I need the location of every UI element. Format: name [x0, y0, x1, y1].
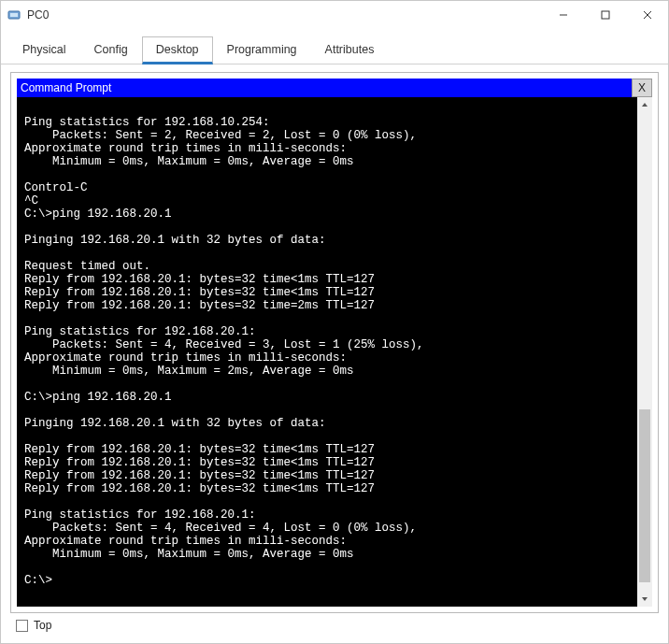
- svg-rect-3: [602, 11, 609, 19]
- svg-marker-7: [642, 597, 648, 601]
- tab-physical[interactable]: Physical: [8, 36, 80, 64]
- tab-desktop[interactable]: Desktop: [142, 36, 213, 64]
- tab-config[interactable]: Config: [80, 36, 142, 64]
- svg-rect-1: [10, 13, 18, 17]
- close-button[interactable]: [626, 1, 668, 29]
- maximize-button[interactable]: [584, 1, 626, 29]
- app-window: PC0 Physical Config Desktop Programming …: [0, 0, 669, 644]
- panel-header: Command Prompt X: [17, 79, 652, 97]
- bottom-row: Top: [10, 613, 659, 637]
- tabs-row: Physical Config Desktop Programming Attr…: [1, 35, 668, 64]
- scroll-down-arrow[interactable]: [637, 592, 652, 607]
- svg-marker-6: [642, 103, 648, 107]
- top-checkbox-label: Top: [34, 619, 51, 632]
- tab-programming[interactable]: Programming: [213, 36, 311, 64]
- top-checkbox[interactable]: [16, 620, 28, 632]
- terminal-output[interactable]: Ping statistics for 192.168.10.254: Pack…: [17, 97, 637, 607]
- close-icon: X: [638, 81, 646, 94]
- scroll-track[interactable]: [637, 112, 652, 592]
- content-frame: Command Prompt X Ping statistics for 192…: [10, 72, 659, 613]
- window-title: PC0: [27, 8, 49, 21]
- terminal-wrap: Ping statistics for 192.168.10.254: Pack…: [17, 97, 652, 607]
- tab-attributes[interactable]: Attributes: [311, 36, 389, 64]
- app-icon: [7, 7, 21, 22]
- minimize-button[interactable]: [542, 1, 584, 29]
- titlebar: PC0: [1, 1, 668, 29]
- scroll-up-arrow[interactable]: [637, 97, 652, 112]
- scroll-thumb[interactable]: [639, 409, 650, 582]
- panel-title: Command Prompt: [21, 81, 632, 94]
- panel-close-button[interactable]: X: [632, 79, 652, 97]
- content-area: Command Prompt X Ping statistics for 192…: [1, 64, 668, 643]
- scrollbar[interactable]: [637, 97, 652, 607]
